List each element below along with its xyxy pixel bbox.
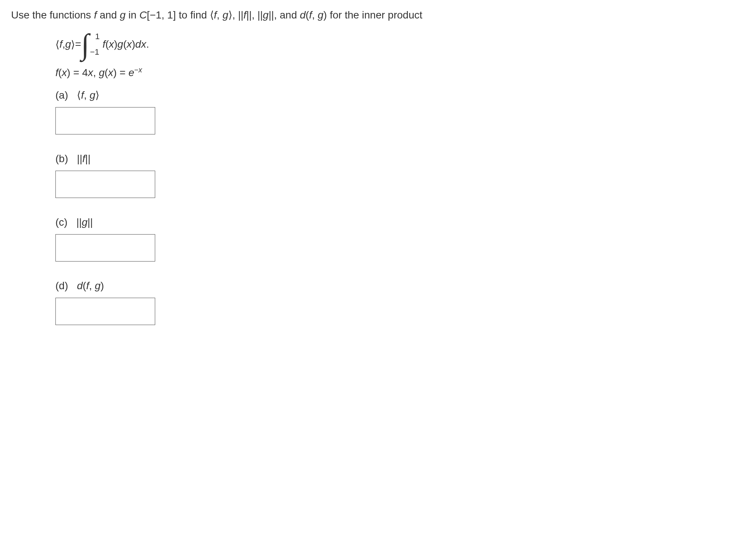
lhs-comma: ,: [62, 38, 65, 50]
answer-input-c[interactable]: [55, 234, 155, 262]
part-a: (a) ⟨f, g⟩: [55, 89, 745, 134]
set-c: C: [139, 9, 147, 21]
part-d: (d) d(f, g): [55, 280, 745, 325]
inner-product-formula: ⟨f, g⟩ = ∫ 1 −1 f(x)g(x)dx.: [55, 34, 745, 55]
part-a-expr: ⟨f, g⟩: [77, 89, 99, 101]
function-definitions: f(x) = 4x, g(x) = e−x: [55, 66, 745, 79]
norm-g: ||g||: [258, 9, 274, 21]
part-b-label: (b): [55, 153, 68, 165]
func-f: f: [55, 67, 58, 78]
answer-input-a[interactable]: [55, 107, 155, 134]
part-c: (c) ||g||: [55, 216, 745, 262]
norm-f: ||f||: [238, 9, 252, 21]
answer-input-b[interactable]: [55, 171, 155, 198]
integral-upper: 1: [95, 32, 100, 41]
var-g: g: [120, 9, 126, 21]
sep2: ,: [252, 9, 258, 21]
range: [−1, 1]: [147, 9, 176, 21]
bracket-close: ⟩: [228, 9, 232, 21]
eq: =: [75, 38, 81, 50]
part-d-expr: d(f, g): [77, 280, 104, 292]
sep3: , and: [274, 9, 300, 21]
intro-text: Use the functions: [11, 9, 94, 21]
part-b: (b) ||f||: [55, 153, 745, 198]
var-f: f: [94, 9, 97, 21]
integral-lower: −1: [90, 47, 99, 57]
problem-statement: Use the functions f and g in C[−1, 1] to…: [11, 7, 745, 23]
fg-g: g: [222, 9, 228, 21]
lhs-open: ⟨: [55, 38, 59, 51]
part-d-label: (d): [55, 280, 68, 292]
lhs-f: f: [59, 38, 62, 50]
part-b-expr: ||f||: [77, 153, 91, 165]
lhs-close: ⟩: [71, 38, 75, 51]
intro-and: and: [97, 9, 120, 21]
fg-comma: ,: [217, 9, 223, 21]
part-a-label: (a): [55, 89, 68, 101]
func-g: g: [99, 67, 105, 78]
func-g-def: (x) = e−x: [105, 67, 142, 78]
intro-tail: for the inner product: [327, 9, 422, 21]
func-f-def: (x) = 4x,: [58, 67, 96, 78]
integrand: f(x)g(x)dx.: [102, 38, 149, 50]
lhs-g: g: [65, 38, 71, 50]
intro-in: in: [126, 9, 139, 21]
dist-paren: (f, g): [306, 9, 327, 21]
sep1: ,: [232, 9, 238, 21]
part-c-label: (c): [55, 216, 68, 228]
integral-sign: ∫: [81, 34, 89, 55]
part-c-expr: ||g||: [76, 216, 93, 228]
integral: ∫ 1 −1 f(x)g(x)dx.: [81, 34, 149, 55]
intro-tofind: to find: [176, 9, 210, 21]
bracket-open: ⟨: [210, 9, 214, 21]
dist-d: d: [300, 9, 306, 21]
answer-input-d[interactable]: [55, 298, 155, 325]
fg-f: f: [214, 9, 217, 21]
